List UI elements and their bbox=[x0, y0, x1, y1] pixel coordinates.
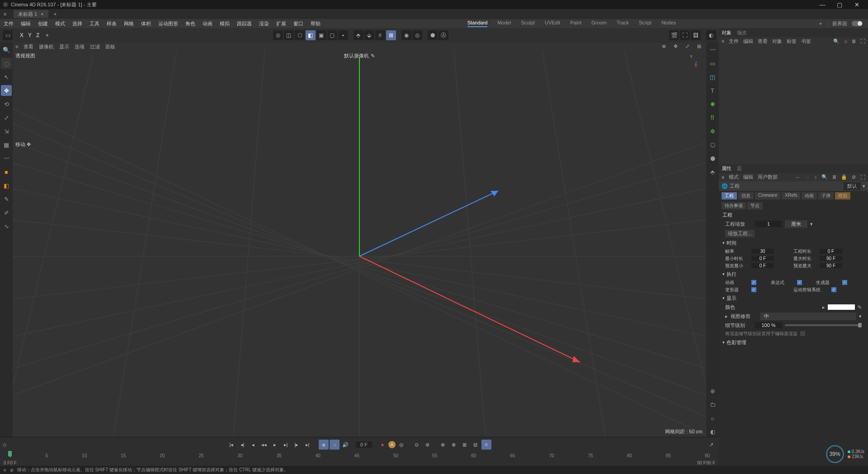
scale-tool-icon[interactable]: ⤢ bbox=[1, 112, 12, 123]
cursor-icon[interactable]: ↖ bbox=[1, 71, 12, 82]
document-tab[interactable]: 未标题 1 × bbox=[14, 10, 48, 18]
attr-menu-userdata[interactable]: 用户数据 bbox=[758, 174, 778, 180]
attr-tab-project[interactable]: 工程 bbox=[722, 192, 737, 199]
menu-render[interactable]: 渲染 bbox=[255, 20, 273, 27]
layout-label[interactable]: 新界面 bbox=[832, 20, 847, 27]
attr-tab-info[interactable]: 信息 bbox=[738, 192, 754, 199]
tool4-icon[interactable]: Ⓐ bbox=[439, 30, 448, 40]
play-back-icon[interactable]: ◂◂ bbox=[259, 440, 269, 450]
attr-tab-sim[interactable]: 模拟 bbox=[835, 192, 850, 199]
help-icon[interactable]: ◐ bbox=[706, 30, 716, 40]
nav-zoom-icon[interactable]: ⤢ bbox=[685, 43, 692, 50]
tab-takes[interactable]: 场次 bbox=[737, 29, 747, 36]
next-key-icon[interactable]: |▸ bbox=[292, 440, 302, 450]
dropdown-icon[interactable]: ▾ bbox=[863, 183, 865, 189]
axis-widget[interactable]: Y Z X bbox=[684, 54, 702, 72]
reset-icon[interactable]: ⊘ bbox=[852, 174, 856, 180]
deformer-icon[interactable]: ▣ bbox=[316, 30, 326, 40]
attr-tab-anim[interactable]: 动画 bbox=[802, 192, 817, 199]
maximize-icon[interactable]: ⛶ bbox=[860, 175, 865, 180]
close-tab-icon[interactable]: × bbox=[41, 11, 43, 17]
hamburger-icon[interactable]: ≡ bbox=[722, 175, 724, 180]
render-view-icon[interactable]: 🎬 bbox=[669, 30, 679, 40]
home-icon[interactable]: ⌂ bbox=[844, 38, 847, 44]
material-icon[interactable]: ◐ bbox=[707, 426, 718, 437]
spline-prim-icon[interactable]: ⬡ bbox=[295, 30, 305, 40]
rotate-tool-icon[interactable]: ⟲ bbox=[1, 99, 12, 109]
key-icon[interactable]: ◇ bbox=[3, 442, 6, 448]
viewport[interactable]: 透视视图 默认摄像机 ✎ 移动 ✥ 网格间距 : 50 cm Y Z X bbox=[13, 51, 706, 437]
nav-back-icon[interactable]: ← bbox=[796, 175, 801, 180]
axis-y-button[interactable]: Y bbox=[26, 30, 33, 40]
keymode-icon[interactable]: ⟐ bbox=[330, 440, 340, 450]
workplane-icon[interactable]: ⬘ bbox=[354, 30, 363, 40]
dur-input[interactable]: 0 F bbox=[820, 249, 842, 254]
key-sel-icon[interactable]: ◎ bbox=[396, 440, 406, 450]
snap-settings-icon[interactable]: ⊞ bbox=[386, 30, 396, 40]
menu-select[interactable]: 选择 bbox=[69, 20, 86, 27]
hamburger-icon[interactable]: ≡ bbox=[4, 11, 6, 17]
tab-objects[interactable]: 对象 bbox=[722, 29, 731, 36]
section-display[interactable]: 显示 bbox=[719, 294, 868, 303]
layout-sculpt[interactable]: Sculpt bbox=[521, 20, 535, 27]
next-frame-icon[interactable]: ▸| bbox=[281, 440, 291, 450]
sound-icon[interactable]: 🔊 bbox=[340, 440, 350, 450]
deform-obj-icon[interactable]: ⬡ bbox=[707, 139, 718, 150]
key-rot-icon[interactable]: ⊚ bbox=[423, 440, 433, 450]
autokey-badge[interactable]: A bbox=[388, 441, 396, 448]
sketch-icon[interactable]: ∿ bbox=[1, 221, 12, 232]
node-obj-icon[interactable]: ⬘ bbox=[707, 166, 718, 177]
poly-mode-icon[interactable]: ✎ bbox=[1, 194, 12, 204]
menu-mograph[interactable]: 运动图形 bbox=[155, 20, 182, 27]
play-icon[interactable]: ▸ bbox=[270, 440, 280, 450]
scale-input[interactable]: 1 bbox=[755, 221, 782, 227]
dropdown-icon[interactable]: ▾ bbox=[859, 313, 862, 319]
layout-toggle[interactable] bbox=[852, 21, 863, 26]
cube-obj-icon[interactable]: ◫ bbox=[707, 71, 718, 82]
render-settings-icon[interactable]: ⛶ bbox=[680, 30, 690, 40]
vmenu-panel[interactable]: 面板 bbox=[105, 43, 115, 50]
attr-tab-bullet[interactable]: 子弹 bbox=[818, 192, 834, 199]
menu-spline[interactable]: 样条 bbox=[103, 20, 120, 27]
layout-standard[interactable]: Standard bbox=[467, 20, 488, 27]
section-time[interactable]: 时间 bbox=[719, 238, 868, 248]
autokey-icon[interactable]: ◈ bbox=[319, 440, 329, 450]
hamburger-icon[interactable]: ≡ bbox=[722, 38, 724, 44]
layout-uvedit[interactable]: UVEdit bbox=[545, 20, 560, 27]
prev-frame-icon[interactable]: ◂ bbox=[248, 440, 258, 450]
menu-edit[interactable]: 编辑 bbox=[17, 20, 34, 27]
tab-layers[interactable]: 层 bbox=[737, 165, 742, 172]
obj-menu-file[interactable]: 文件 bbox=[729, 38, 739, 45]
record-icon[interactable]: ● bbox=[377, 440, 387, 450]
menu-help[interactable]: 帮助 bbox=[307, 20, 324, 27]
menu-tools[interactable]: 工具 bbox=[86, 20, 103, 27]
menu-file[interactable]: 文件 bbox=[0, 20, 17, 27]
obj-menu-tags[interactable]: 标签 bbox=[787, 38, 797, 45]
layout-script[interactable]: Script bbox=[639, 20, 651, 27]
nav-orbit-icon[interactable]: ⊕ bbox=[662, 43, 668, 50]
attr-menu-edit[interactable]: 编辑 bbox=[743, 174, 753, 180]
motion-checkbox[interactable]: ✓ bbox=[831, 287, 836, 292]
expand-icon[interactable]: ⛶ bbox=[860, 38, 865, 44]
text-obj-icon[interactable]: T bbox=[707, 85, 718, 96]
range-min[interactable]: 0 F bbox=[4, 460, 10, 465]
kg3-icon[interactable]: ⊞ bbox=[460, 440, 470, 450]
timeline-range[interactable]: 0 F 0 F 90 F 90 F bbox=[0, 460, 719, 466]
add-layout-icon[interactable]: + bbox=[819, 21, 822, 26]
anim-checkbox[interactable]: ✓ bbox=[751, 280, 756, 285]
point-mode-icon[interactable]: ■ bbox=[1, 166, 12, 177]
range-end[interactable]: 90 F bbox=[697, 460, 706, 465]
layout-model[interactable]: Model bbox=[497, 20, 511, 27]
obj-menu-bookmarks[interactable]: 书签 bbox=[801, 38, 811, 45]
maximize-button[interactable]: ▢ bbox=[831, 0, 848, 9]
lod-note-checkbox[interactable] bbox=[800, 331, 805, 336]
place-tool-icon[interactable]: ⇲ bbox=[1, 126, 12, 137]
layout-nodes[interactable]: Nodes bbox=[661, 20, 676, 27]
key-pos-icon[interactable]: ⊙ bbox=[412, 440, 422, 450]
nav-fwd-icon[interactable]: → bbox=[805, 175, 810, 180]
color-picker-icon[interactable]: ✎ bbox=[858, 304, 862, 310]
pmin-input[interactable]: 0 F bbox=[751, 263, 774, 268]
hamburger-icon[interactable]: ≡ bbox=[15, 44, 18, 49]
search-icon[interactable]: 🔍 bbox=[833, 38, 840, 44]
spline-pen-icon[interactable]: 〰 bbox=[707, 44, 718, 55]
